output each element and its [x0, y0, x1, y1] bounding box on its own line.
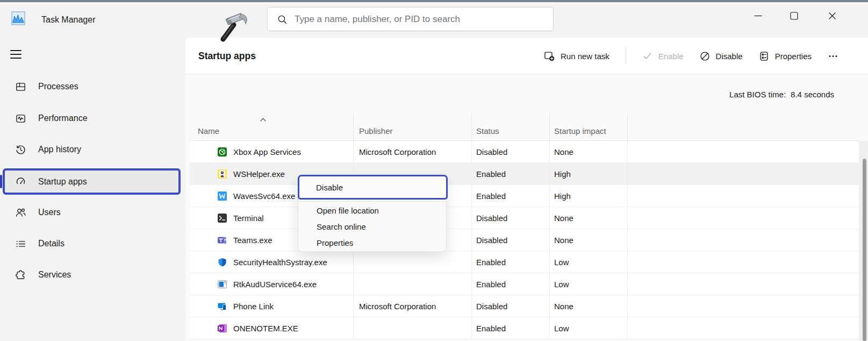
app-status: Enabled: [472, 251, 550, 273]
minimize-button[interactable]: [745, 2, 770, 29]
app-startup-impact: Low: [550, 273, 628, 295]
sidebar-item-app-history[interactable]: App history: [3, 137, 181, 162]
details-icon: [15, 238, 26, 249]
teams-icon: [218, 236, 227, 245]
table-row-wavessvc64[interactable]: WavesSvc64.exe Enabled High: [190, 185, 859, 207]
sidebar-item-processes[interactable]: Processes: [3, 74, 181, 100]
table-row-teams[interactable]: Teams.exe Disabled None: [190, 229, 859, 251]
last-bios-time-value: 8.4 seconds: [791, 90, 834, 99]
app-name: Phone Link: [233, 302, 274, 311]
run-new-task-button[interactable]: Run new task: [544, 51, 609, 61]
sidebar-item-startup-apps[interactable]: Startup apps: [3, 168, 181, 195]
app-publisher: [354, 251, 472, 273]
main-panel: Startup apps Run new task Enable: [185, 38, 868, 341]
xbox-icon: [218, 147, 227, 157]
last-bios-time: Last BIOS time:8.4 seconds: [729, 90, 834, 99]
column-header-startup-impact[interactable]: Startup impact: [550, 113, 628, 140]
wshelper-icon: [218, 169, 227, 179]
disable-button[interactable]: Disable: [700, 51, 743, 61]
more-options-button[interactable]: [828, 51, 838, 61]
table-row-rtkauduservice64[interactable]: RtkAudUService64.exe Enabled Low: [190, 273, 859, 295]
table-row-onenotem[interactable]: ONENOTEM.EXE Enabled Low: [190, 317, 859, 339]
column-header-publisher[interactable]: Publisher: [354, 113, 472, 140]
startup-apps-icon: [15, 176, 26, 187]
scrollbar-thumb[interactable]: [863, 159, 866, 341]
context-menu: Disable Open file location Search online…: [298, 175, 447, 252]
app-startup-impact: High: [550, 185, 628, 207]
row-filler: [628, 229, 859, 251]
app-name: RtkAudUService64.exe: [233, 280, 317, 289]
disable-block-icon: [700, 51, 710, 61]
table-row-securityhealthsystray[interactable]: SecurityHealthSystray.exe Enabled Low: [190, 251, 859, 273]
context-menu-item-disable[interactable]: Disable: [298, 175, 448, 200]
search-input[interactable]: [295, 14, 553, 25]
app-status: Disabled: [472, 141, 550, 162]
enable-label: Enable: [658, 52, 684, 61]
app-publisher: Microsoft Corporation: [354, 141, 472, 162]
context-menu-item-open-file-location[interactable]: Open file location: [298, 202, 446, 218]
toolbar: Run new task Enable Disable: [544, 38, 838, 74]
disable-label: Disable: [716, 52, 743, 61]
context-menu-item-properties[interactable]: Properties: [298, 235, 446, 251]
task-manager-app-icon: [11, 11, 25, 25]
app-name: Terminal: [233, 214, 264, 223]
sort-ascending-icon: [260, 117, 267, 122]
app-status: Enabled: [472, 317, 550, 339]
app-status: Enabled: [472, 185, 550, 207]
sidebar-item-performance[interactable]: Performance: [3, 105, 181, 131]
app-publisher: [354, 273, 472, 295]
sidebar: Processes Performance App history Startu…: [0, 38, 185, 341]
hamburger-icon: [10, 54, 21, 55]
sidebar-item-label: Details: [38, 239, 64, 248]
hamburger-icon: [10, 50, 21, 51]
table-row-terminal[interactable]: Terminal Microsoft Corporation Disabled …: [190, 207, 859, 229]
hamburger-icon: [10, 58, 21, 59]
row-filler: [628, 163, 859, 184]
app-startup-impact: None: [550, 295, 628, 317]
row-filler: [628, 317, 859, 339]
sidebar-item-details[interactable]: Details: [3, 231, 181, 257]
column-header-label: Status: [476, 126, 499, 136]
app-status: Disabled: [472, 207, 550, 229]
search-box[interactable]: [267, 7, 554, 31]
table-row-phone-link[interactable]: Phone Link Microsoft Corporation Disable…: [190, 295, 859, 317]
column-header-name[interactable]: Name: [190, 113, 354, 140]
table-row-wshelper[interactable]: WSHelper.exe Enabled High: [190, 163, 859, 185]
column-header-label: Name: [198, 126, 219, 136]
processes-icon: [15, 81, 26, 92]
maximize-button[interactable]: [781, 2, 806, 29]
row-filler: [628, 141, 859, 162]
app-startup-impact: Low: [550, 317, 628, 339]
column-header-status[interactable]: Status: [472, 113, 550, 140]
sidebar-item-label: Processes: [38, 82, 78, 91]
sidebar-item-label: Services: [38, 270, 71, 280]
app-publisher: Microsoft Corporation: [354, 295, 472, 317]
search-icon: [277, 15, 287, 24]
table-row-xbox-app-services[interactable]: Xbox App Services Microsoft Corporation …: [190, 141, 859, 163]
sidebar-item-users[interactable]: Users: [3, 200, 181, 225]
row-filler: [628, 273, 859, 295]
row-filler: [628, 295, 859, 317]
context-menu-item-search-online[interactable]: Search online: [298, 218, 446, 235]
app-startup-impact: None: [550, 207, 628, 229]
properties-button[interactable]: Properties: [759, 51, 812, 61]
sidebar-item-services[interactable]: Services: [3, 262, 181, 288]
column-header-label: Startup impact: [554, 126, 606, 136]
column-header-label: Publisher: [359, 126, 393, 136]
terminal-icon: [218, 214, 227, 223]
app-history-icon: [15, 144, 26, 155]
app-name: WSHelper.exe: [233, 169, 285, 179]
row-filler: [628, 251, 859, 273]
app-publisher: [354, 317, 472, 339]
waves-icon: [218, 191, 227, 201]
navigation-menu-button[interactable]: [10, 47, 24, 61]
close-button[interactable]: [820, 2, 844, 29]
enable-button[interactable]: Enable: [642, 51, 684, 61]
panel-header: Startup apps Run new task Enable: [185, 38, 868, 74]
users-icon: [15, 207, 26, 218]
app-status: Enabled: [472, 163, 550, 184]
window-title: Task Manager: [41, 2, 96, 38]
toolbar-divider: [626, 48, 626, 64]
minimize-icon: [754, 12, 762, 20]
titlebar: Task Manager: [0, 2, 868, 38]
